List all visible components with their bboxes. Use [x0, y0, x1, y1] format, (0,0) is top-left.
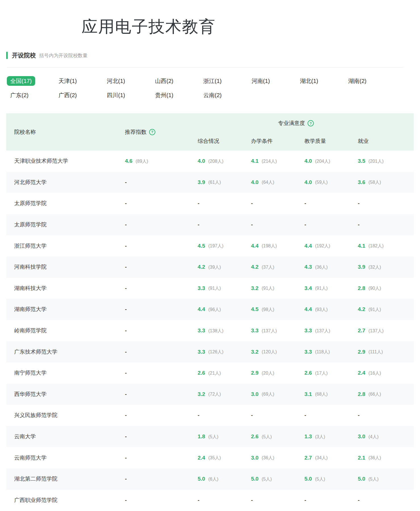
metric-count: (36人) — [315, 264, 327, 270]
metric-count: (3人) — [315, 434, 325, 440]
metric-cell: 4.0(59人) — [304, 172, 328, 193]
help-icon[interactable]: ? — [149, 129, 155, 135]
region-tab[interactable]: 湖北(1) — [296, 76, 321, 86]
school-name[interactable]: 南宁师范大学 — [14, 362, 47, 384]
metric-score: 3.1 — [304, 391, 312, 397]
table-row: 云南大学-1.8(5人)2.6(5人)1.3(3人)3.0(4人) — [6, 426, 414, 447]
metric-cell: 4.4(198人) — [251, 235, 277, 256]
region-tab[interactable]: 山西(2) — [152, 76, 177, 86]
region-tab[interactable]: 河北(1) — [103, 76, 128, 86]
school-name[interactable]: 湖南师范大学 — [14, 299, 47, 320]
empty-value-dash: - — [125, 412, 127, 418]
metric-score: 2.6 — [304, 370, 312, 376]
school-name[interactable]: 广西职业师范学院 — [14, 490, 57, 511]
metric-count: (214人) — [262, 158, 277, 164]
metric-count: (5人) — [262, 476, 272, 482]
metric-cell: - — [125, 235, 127, 256]
metric-cell: 4.2(39人) — [198, 256, 221, 278]
metric-count: (198人) — [262, 243, 277, 249]
metric-score: 2.7 — [304, 455, 312, 461]
metric-count: (6人) — [208, 476, 218, 482]
region-tab[interactable]: 河南(1) — [248, 76, 273, 86]
region-tab[interactable]: 贵州(1) — [152, 90, 177, 100]
empty-value-dash: - — [358, 412, 360, 418]
section-subtitle: 括号内为开设院校数量 — [39, 52, 87, 59]
metric-cell: - — [251, 193, 253, 214]
metric-cell: 2.4(35人) — [198, 447, 221, 468]
table-header: 院校名称 推荐指数 ? 专业满意度 ? 综合情况 办学条件 教学质量 就业 — [6, 113, 414, 151]
region-tab[interactable]: 天津(1) — [55, 76, 80, 86]
school-name[interactable]: 兴义民族师范学院 — [14, 405, 57, 426]
metric-score: 4.6 — [125, 158, 132, 164]
metric-cell: 2.8(90人) — [358, 278, 381, 299]
metric-score: 4.0 — [251, 179, 258, 185]
region-tabs: 全国(17)天津(1)河北(1)山西(2)浙江(1)河南(1)湖北(1)湖南(2… — [10, 76, 396, 100]
empty-value-dash: - — [198, 412, 199, 418]
metric-count: (34人) — [315, 455, 327, 461]
metric-cell: 3.0(69人) — [251, 384, 274, 405]
table-row: 河南科技学院-4.2(39人)4.2(37人)4.3(36人)3.9(32人) — [6, 256, 414, 278]
empty-value-dash: - — [125, 370, 127, 376]
school-name[interactable]: 广东技术师范大学 — [14, 341, 57, 362]
region-tab[interactable]: 广西(2) — [55, 90, 80, 100]
metric-count: (204人) — [315, 158, 330, 164]
divider — [7, 67, 403, 68]
table-row: 兴义民族师范学院----- — [6, 405, 414, 426]
metric-score: 3.6 — [358, 179, 365, 185]
header-satisfaction-group: 专业满意度 ? — [278, 120, 314, 127]
region-tab[interactable]: 浙江(1) — [200, 76, 225, 86]
metric-cell: - — [304, 405, 306, 426]
school-name[interactable]: 太原师范学院 — [14, 193, 47, 214]
metric-cell: - — [125, 405, 127, 426]
table-row: 岭南师范学院-3.3(138人)3.3(137人)3.3(137人)2.7(13… — [6, 320, 414, 341]
metric-count: (5人) — [208, 434, 218, 440]
region-tab[interactable]: 云南(2) — [200, 90, 225, 100]
metric-score: 1.8 — [198, 433, 205, 440]
school-name[interactable]: 云南师范大学 — [14, 447, 47, 468]
school-name[interactable]: 云南大学 — [14, 426, 36, 447]
metric-score: 3.3 — [251, 328, 258, 334]
metric-cell: 3.2(120人) — [251, 341, 277, 362]
empty-value-dash: - — [125, 328, 127, 334]
school-name[interactable]: 岭南师范学院 — [14, 320, 47, 341]
metric-cell: - — [125, 362, 127, 384]
empty-value-dash: - — [125, 243, 127, 249]
region-tab[interactable]: 四川(1) — [103, 90, 128, 100]
table-row: 云南师范大学-2.4(35人)3.0(36人)2.7(34人)2.1(36人) — [6, 447, 414, 468]
metric-cell: 2.9(20人) — [251, 362, 274, 384]
metric-score: 1.3 — [304, 433, 312, 440]
metric-count: (120人) — [262, 349, 277, 355]
metric-score: 4.0 — [198, 158, 205, 164]
metric-cell: 4.3(36人) — [304, 256, 328, 278]
metric-cell: 3.3(137人) — [304, 320, 330, 341]
help-icon[interactable]: ? — [308, 120, 314, 126]
metric-count: (98人) — [262, 307, 274, 313]
region-tab[interactable]: 广东(2) — [7, 90, 32, 100]
metric-count: (5人) — [368, 476, 379, 482]
school-name[interactable]: 湖北第二师范学院 — [14, 468, 57, 490]
metric-cell: - — [358, 214, 360, 235]
empty-value-dash: - — [251, 222, 253, 228]
metric-cell: - — [198, 405, 199, 426]
header-recommend-index: 推荐指数 ? — [125, 113, 155, 151]
header-metric-employment: 就业 — [358, 137, 369, 145]
school-name[interactable]: 西华师范大学 — [14, 384, 47, 405]
header-metric-overall: 综合情况 — [198, 137, 219, 145]
school-name[interactable]: 河南科技学院 — [14, 256, 47, 278]
table-row: 湖南师范大学-4.4(96人)4.5(98人)4.4(93人)4.2(91人) — [6, 299, 414, 320]
metric-cell: 4.2(37人) — [251, 256, 274, 278]
school-name[interactable]: 浙江师范大学 — [14, 235, 47, 256]
metric-cell: 3.3(138人) — [198, 320, 223, 341]
school-name[interactable]: 天津职业技术师范大学 — [14, 151, 68, 172]
metric-cell: - — [125, 278, 127, 299]
school-name[interactable]: 河北师范大学 — [14, 172, 47, 193]
metric-score: 3.5 — [358, 158, 365, 164]
region-tab[interactable]: 全国(17) — [7, 76, 35, 86]
metric-count: (5人) — [262, 434, 272, 440]
region-tab[interactable]: 湖南(2) — [345, 76, 370, 86]
school-name[interactable]: 太原师范学院 — [14, 214, 47, 235]
metric-cell: 3.9(32人) — [358, 256, 381, 278]
metric-count: (36人) — [368, 455, 381, 461]
header-recommend-label: 推荐指数 — [125, 128, 147, 136]
school-name[interactable]: 湖南科技大学 — [14, 278, 47, 299]
